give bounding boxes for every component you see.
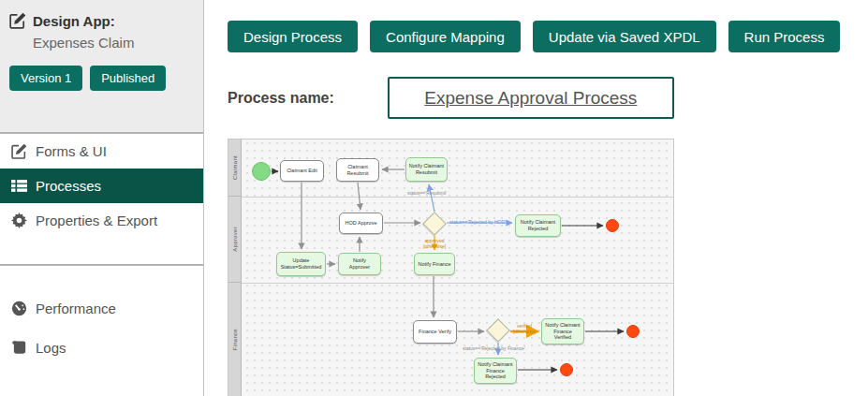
task-label: Notify Claimant Finance Rejected <box>478 361 512 380</box>
task-label: Update Status=Submitted <box>281 257 322 270</box>
end-event-finance-rejected <box>560 363 573 376</box>
sidebar-menu-primary: Forms & UIProcessesProperties & Export <box>0 134 203 238</box>
start-event <box>252 162 271 181</box>
process-name-label: Process name: <box>228 90 334 107</box>
task-label: Claimant Edit <box>287 168 317 174</box>
lane-label-text: Claimant <box>232 155 238 180</box>
sidebar-item-label: Properties & Export <box>36 213 157 228</box>
task-label: Notify Claimant Resubmit <box>409 163 444 175</box>
lane-label-text: Finance <box>232 329 238 350</box>
task-label: Finance Verify <box>419 329 451 335</box>
process-diagram: ClaimantApproverFinance Claimant EditCla… <box>228 139 674 396</box>
sidebar-item-processes[interactable]: Processes <box>0 169 203 203</box>
lane-label-approver: Approver <box>228 197 242 283</box>
flow-arrow <box>429 184 434 212</box>
sidebar-item-label: Logs <box>36 340 66 356</box>
sidebar-item-label: Processes <box>36 178 101 194</box>
sidebar-gap <box>0 238 203 264</box>
task-finance-verify: Finance Verify <box>413 320 457 344</box>
task-notify-claimant-finance-verified: Notify Claimant Finance Verified <box>541 318 584 345</box>
configure-mapping-button[interactable]: Configure Mapping <box>370 21 521 52</box>
toolbar: Design ProcessConfigure MappingUpdate vi… <box>228 21 868 52</box>
logs-icon <box>11 340 27 356</box>
app-root: Design App: Expenses Claim Version 1Publ… <box>0 0 868 396</box>
app-header: Design App: Expenses Claim Version 1Publ… <box>0 0 203 134</box>
gauge-icon <box>11 301 27 316</box>
process-name-row: Process name: <box>228 77 868 119</box>
flow-label: verified [otherwise] <box>509 323 539 335</box>
task-label: Notify Claimant Finance Verified <box>545 322 580 341</box>
end-event-verified <box>626 325 640 338</box>
flow-label: status=='Rejected by HOD' <box>449 219 506 225</box>
task-update-status-submitted: Update Status=Submitted <box>276 252 326 276</box>
lane-label-claimant: Claimant <box>228 139 242 197</box>
sidebar-item-properties-export[interactable]: Properties & Export <box>0 203 203 238</box>
lane-strip: ClaimantApproverFinance <box>228 139 242 396</box>
task-label: HOD Approve <box>346 220 377 227</box>
task-label: Notify Claimant Rejected <box>521 219 555 231</box>
design-process-button[interactable]: Design Process <box>228 21 358 52</box>
task-notify-approver: Notify Approver <box>338 253 381 275</box>
app-label: Design App: <box>33 13 115 29</box>
lane-label-text: Approver <box>232 227 238 252</box>
task-label: Claimant Resubmit <box>346 164 368 176</box>
list-icon <box>11 178 27 194</box>
sidebar-item-label: Performance <box>36 301 116 316</box>
task-label: Notify Approver <box>349 257 370 270</box>
main-content: Design ProcessConfigure MappingUpdate vi… <box>204 0 868 396</box>
app-name: Expenses Claim <box>33 35 194 51</box>
flow-label: approved [otherwise] <box>419 238 449 250</box>
process-name-input[interactable] <box>388 77 674 119</box>
sidebar: Design App: Expenses Claim Version 1Publ… <box>0 0 204 396</box>
task-notify-claimant-rejected: Notify Claimant Rejected <box>515 214 561 237</box>
badge-row: Version 1Published <box>9 66 194 91</box>
gear-icon <box>11 213 27 228</box>
update-via-saved-xpdl-button[interactable]: Update via Saved XPDL <box>533 21 716 52</box>
edit-app-icon <box>9 12 26 29</box>
task-notify-claimant-finance-rejected: Notify Claimant Finance Rejected <box>474 358 517 384</box>
edit-icon <box>11 143 27 159</box>
sidebar-menu-secondary: PerformanceLogs <box>0 266 203 367</box>
task-claimant-resubmit: Claimant Resubmit <box>336 158 379 182</box>
task-hod-approve: HOD Approve <box>339 213 383 234</box>
flow-label: status=='Resubmit' <box>407 190 447 196</box>
version-1-badge[interactable]: Version 1 <box>9 66 82 91</box>
lane-label-finance: Finance <box>228 283 242 396</box>
flow-arrow <box>358 183 360 210</box>
task-notify-finance: Notify Finance <box>414 253 455 275</box>
run-process-button[interactable]: Run Process <box>728 21 841 52</box>
sidebar-item-label: Forms & UI <box>36 143 107 159</box>
task-notify-claimant-resubmit: Notify Claimant Resubmit <box>405 157 448 182</box>
flow-label: status=='Rejected by Finance' <box>463 345 525 351</box>
sidebar-item-logs[interactable]: Logs <box>0 328 203 367</box>
task-claimant-edit: Claimant Edit <box>280 160 324 182</box>
end-event-rejected <box>606 219 619 232</box>
sidebar-item-performance[interactable]: Performance <box>0 288 203 328</box>
sidebar-item-forms-ui[interactable]: Forms & UI <box>0 134 203 169</box>
published-badge[interactable]: Published <box>90 66 166 91</box>
task-label: Notify Finance <box>418 261 450 268</box>
